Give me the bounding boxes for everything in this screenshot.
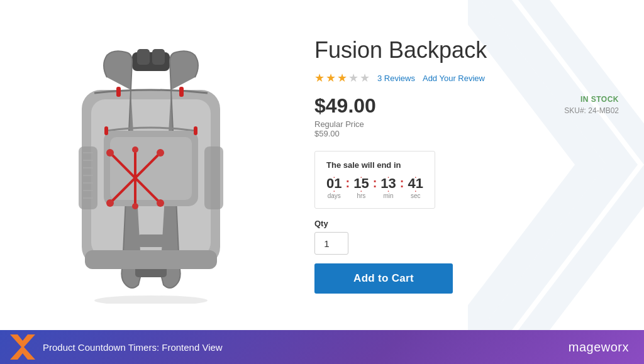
svg-marker-33 [10,334,35,360]
price-section: $49.00 Regular Price $59.00 [314,95,376,138]
countdown-hrs: 15 hrs [353,177,369,199]
separator-2: : [373,176,377,190]
star-5: ★ [360,71,370,85]
product-info: Fusion Backpack ★ ★ ★ ★ ★ 3 Reviews Add … [302,18,644,312]
in-stock-badge: IN STOCK [564,95,619,104]
countdown-box: The sale will end in 01 days : 15 hrs : … [314,151,435,209]
svg-rect-32 [138,234,167,247]
stock-sku: IN STOCK SKU#: 24-MB02 [564,95,619,115]
product-image [44,27,258,304]
qty-input[interactable] [314,232,348,255]
countdown-days-value: 01 [326,177,341,190]
star-2: ★ [326,71,336,85]
separator-1: : [345,176,350,190]
bottom-bar: Product Countdown Timers: Frontend View … [0,330,644,364]
svg-point-17 [132,203,138,209]
countdown-sec: 41 sec [408,177,423,199]
countdown-days-label: days [326,192,341,199]
svg-point-16 [132,146,138,153]
original-price: $59.00 [314,129,376,138]
qty-section: Qty [314,219,619,255]
countdown-sec-value: 41 [408,177,423,190]
countdown-min-label: min [380,192,396,199]
countdown-hrs-value: 15 [353,177,369,190]
sku-info: SKU#: 24-MB02 [564,106,619,115]
product-title: Fusion Backpack [314,36,619,63]
sku-value: 24-MB02 [588,106,619,115]
svg-rect-8 [152,49,165,65]
svg-rect-28 [204,146,223,209]
svg-point-15 [157,199,164,207]
rating-row: ★ ★ ★ ★ ★ 3 Reviews Add Your Review [314,71,619,85]
price-stock-row: $49.00 Regular Price $59.00 IN STOCK SKU… [314,95,619,138]
sku-label: SKU#: [564,106,586,115]
sale-price: $49.00 [314,95,376,117]
countdown-min-value: 13 [380,177,396,190]
countdown-sec-label: sec [408,192,423,199]
countdown-title: The sale will end in [326,160,423,170]
countdown-min: 13 min [380,177,396,199]
svg-point-13 [157,149,164,157]
countdown-units: 01 days : 15 hrs : 13 min : 41 sec [326,176,423,199]
svg-rect-19 [194,126,197,135]
svg-rect-29 [116,87,121,97]
mageworx-brand: mageworx [569,340,629,355]
product-image-area [0,0,302,330]
reviews-link[interactable]: 3 Reviews [377,74,415,83]
svg-point-14 [106,199,114,207]
svg-rect-30 [179,87,184,97]
add-to-cart-button[interactable]: Add to Cart [314,263,453,294]
star-3: ★ [337,71,347,85]
svg-point-12 [106,149,114,157]
star-rating: ★ ★ ★ ★ ★ [314,71,370,85]
x-logo-icon [10,334,35,360]
svg-rect-31 [85,250,217,269]
star-4: ★ [348,71,358,85]
qty-label: Qty [314,219,619,228]
regular-price-label: Regular Price [314,119,376,129]
footer-tagline: Product Countdown Timers: Frontend View [43,342,223,353]
main-container: Fusion Backpack ★ ★ ★ ★ ★ 3 Reviews Add … [0,0,644,330]
svg-rect-18 [104,126,108,135]
add-review-link[interactable]: Add Your Review [423,74,485,83]
svg-rect-20 [79,146,97,209]
svg-point-3 [94,295,208,304]
countdown-hrs-label: hrs [353,192,369,199]
bottom-left: Product Countdown Timers: Frontend View [10,334,223,360]
countdown-days: 01 days [326,177,341,199]
svg-rect-7 [137,49,150,65]
separator-3: : [400,176,404,190]
star-1: ★ [314,71,325,85]
